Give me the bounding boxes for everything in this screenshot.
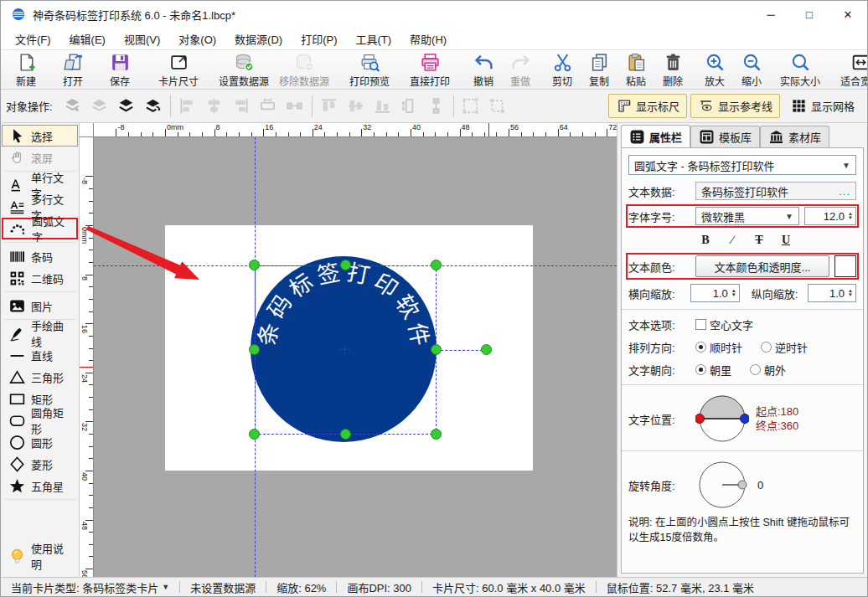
undo-button[interactable]: 撤销 — [465, 51, 502, 88]
paste-button[interactable]: 粘贴 — [617, 51, 654, 88]
save-button[interactable]: 保存 — [96, 51, 143, 88]
hollow-text-checkbox[interactable] — [695, 319, 706, 330]
paste-icon — [626, 52, 647, 73]
underline-button[interactable]: U — [776, 232, 796, 249]
sidebar-item-freehand[interactable]: 手绘曲线 — [2, 322, 78, 344]
selection-handle-w[interactable] — [249, 344, 260, 355]
selection-handle-nw[interactable] — [249, 260, 260, 270]
tool-sidebar: 选择滚屏单行文字多行文字圆弧文字条码二维码图片手绘曲线直线三角形矩形圆角矩形圆形… — [1, 123, 80, 577]
design-canvas[interactable]: 条码标签打印软件 — [94, 137, 617, 577]
maximize-button[interactable]: □ — [790, 1, 829, 28]
direction-option-0[interactable]: 顺时针 — [695, 339, 742, 355]
text-color-swatch[interactable] — [834, 255, 856, 277]
card-type[interactable]: 当前卡片类型: 条码标签类卡片▼ — [1, 579, 179, 595]
sidebar-item-help[interactable]: 使用说明 — [2, 545, 78, 567]
selection-handle-n[interactable] — [340, 260, 351, 270]
menu-item-2[interactable]: 视图(V) — [115, 28, 169, 50]
selection-handle-ne[interactable] — [431, 260, 442, 270]
direct-print-button[interactable]: 直接打印 — [400, 51, 460, 88]
font-label: 字体字号: — [628, 208, 695, 224]
bold-button[interactable]: B — [695, 232, 716, 249]
color-transparency-button[interactable]: 文本颜色和透明度... — [695, 255, 829, 277]
copy-button[interactable]: 复制 — [581, 51, 617, 88]
sidebar-item-barcode[interactable]: 条码 — [2, 245, 78, 267]
rotation-widget[interactable] — [695, 458, 749, 512]
sidebar-item-triangle[interactable]: 三角形 — [2, 366, 78, 388]
italic-button[interactable]: ∕ — [722, 232, 742, 249]
more-button[interactable]: ... — [839, 185, 850, 198]
rotation-handle-dot[interactable] — [738, 481, 747, 489]
menu-item-4[interactable]: 数据源(D) — [225, 28, 292, 50]
delete-button[interactable]: 删除 — [654, 51, 691, 88]
print-preview-button[interactable]: 打印预览 — [339, 51, 400, 88]
sidebar-item-circle[interactable]: 圆形 — [2, 431, 78, 453]
menu-item-3[interactable]: 对象(O) — [169, 28, 225, 50]
card-size-button[interactable]: 卡片尺寸 — [148, 51, 209, 88]
selection-handle-se[interactable] — [431, 429, 442, 440]
align-left-button — [174, 94, 201, 119]
orientation-option-0[interactable]: 朝里 — [695, 362, 731, 378]
radio-icon[interactable] — [695, 342, 706, 353]
strikethrough-button[interactable]: T — [749, 232, 769, 249]
card-size-status: 卡片尺寸: 60.0 毫米 x 40.0 毫米 — [422, 579, 596, 595]
selection-handle-s[interactable] — [340, 429, 351, 440]
tab-templates[interactable]: 模板库 — [690, 126, 760, 147]
color-row-annotation: 文本颜色: 文本颜色和透明度... — [628, 255, 856, 277]
new-button[interactable]: 新建 — [3, 51, 49, 88]
show-grid-toggle[interactable]: 显示网格 — [783, 94, 862, 118]
radio-icon[interactable] — [761, 342, 772, 353]
open-button[interactable]: 打开 — [49, 51, 96, 88]
layer-up-button[interactable] — [113, 94, 140, 119]
radio-icon[interactable] — [695, 364, 706, 375]
arctext-icon — [8, 219, 27, 238]
text-position-widget[interactable] — [695, 392, 749, 445]
sidebar-item-select[interactable]: 选择 — [2, 125, 78, 147]
object-selector-dropdown[interactable]: 圆弧文字 - 条码标签打印软件 ▼ — [628, 155, 856, 175]
radio-icon[interactable] — [750, 364, 761, 375]
sidebar-item-qrcode[interactable]: 二维码 — [2, 267, 78, 289]
minimize-button[interactable]: ─ — [752, 1, 790, 28]
show-guides-toggle[interactable]: 显示参考线 — [690, 94, 780, 118]
direction-option-1[interactable]: 逆时针 — [761, 339, 808, 355]
app-icon — [11, 7, 26, 22]
orientation-option-1[interactable]: 朝外 — [750, 362, 786, 378]
menu-item-0[interactable]: 文件(F) — [6, 28, 60, 50]
selection-handle-arc-end[interactable] — [481, 344, 492, 355]
menu-item-5[interactable]: 打印(P) — [292, 28, 346, 50]
menu-item-6[interactable]: 工具(T) — [346, 28, 400, 50]
sidebar-item-image[interactable]: 图片 — [2, 295, 78, 317]
open-icon — [63, 52, 84, 73]
tab-properties[interactable]: 属性栏 — [621, 125, 690, 147]
sidebar-item-star[interactable]: 五角星 — [2, 475, 78, 497]
zoom-out-button[interactable]: 缩小 — [733, 51, 770, 88]
fit-width-button[interactable]: 适合宽度 — [830, 51, 868, 88]
spinner-arrows-icon[interactable]: ▲▼ — [848, 212, 853, 220]
tab-materials[interactable]: 素材库 — [760, 126, 829, 147]
sidebar-item-arc-text[interactable]: 圆弧文字 — [2, 218, 78, 239]
rotation-label: 旋转角度: — [628, 477, 695, 493]
text-data-value[interactable]: 条码标签打印软件 ... — [695, 182, 856, 200]
sidebar-item-diamond[interactable]: 菱形 — [2, 453, 78, 475]
cut-button[interactable]: 剪切 — [544, 51, 581, 88]
set-datasource-button[interactable]: 设置数据源 — [214, 51, 274, 88]
arc-end-dot[interactable] — [741, 414, 750, 424]
show-ruler-toggle[interactable]: 显示标尺 — [608, 94, 687, 118]
sidebar-item-line[interactable]: 直线 — [2, 344, 78, 366]
close-button[interactable]: ✕ — [829, 1, 867, 28]
font-family-dropdown[interactable]: 微软雅黑 ▼ — [695, 207, 799, 225]
selection-handle-e[interactable] — [431, 344, 442, 355]
text-color-label: 文本颜色: — [628, 259, 695, 275]
v-scale-spinner[interactable]: 1.0 ▲▼ — [808, 284, 856, 302]
font-size-spinner[interactable]: 12.0 ▲▼ — [804, 207, 856, 225]
zoom-in-button[interactable]: 放大 — [696, 51, 733, 88]
menu-item-1[interactable]: 编辑(E) — [60, 28, 115, 50]
actual-size-button[interactable]: 实际大小 — [770, 51, 830, 88]
arc-start-dot[interactable] — [695, 414, 705, 424]
menu-item-7[interactable]: 帮助(H) — [400, 28, 456, 50]
properties-panel: 属性栏模板库素材库 圆弧文字 - 条码标签打印软件 ▼ 文本数据: 条码标签打印… — [617, 123, 867, 577]
selection-handle-sw[interactable] — [249, 429, 260, 440]
h-scale-spinner[interactable]: 1.0 ▲▼ — [690, 284, 739, 302]
layer-down-button[interactable] — [140, 94, 167, 119]
sidebar-item-rounded-rectangle[interactable]: 圆角矩形 — [2, 409, 78, 431]
mouse-position: 鼠标位置: 52.7 毫米, 23.1 毫米 — [597, 579, 764, 595]
